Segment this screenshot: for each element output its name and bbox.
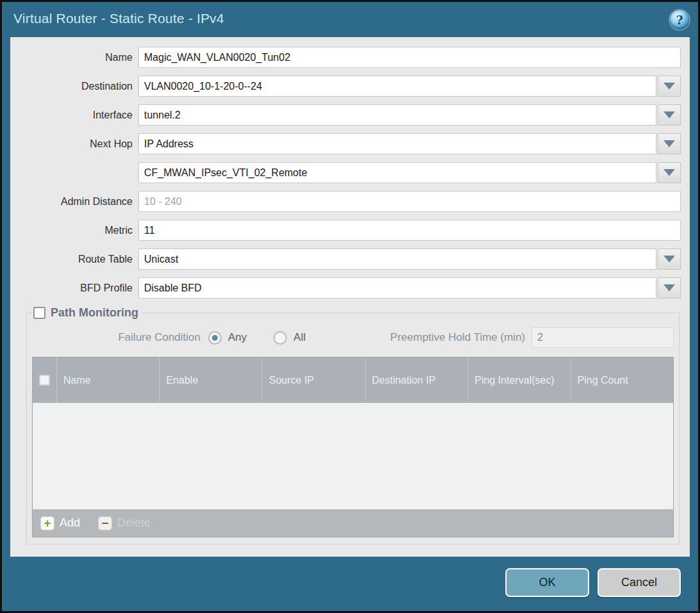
destination-dropdown-button[interactable] xyxy=(658,76,681,97)
radio-any-label: Any xyxy=(228,331,247,344)
path-monitoring-title: Path Monitoring xyxy=(51,306,138,320)
next-hop-type-input[interactable] xyxy=(138,133,656,154)
delete-button-label: Delete xyxy=(117,516,151,530)
column-header-source-ip[interactable]: Source IP xyxy=(262,357,365,403)
help-icon[interactable]: ? xyxy=(670,10,689,29)
bfd-profile-dropdown-button[interactable] xyxy=(658,277,681,298)
column-header-destination-ip[interactable]: Destination IP xyxy=(365,357,468,403)
name-label: Name xyxy=(15,52,138,63)
interface-label: Interface xyxy=(15,110,138,121)
radio-any-icon[interactable] xyxy=(208,331,222,345)
chevron-down-icon xyxy=(663,140,675,147)
title-bar: Virtual Router - Static Route - IPv4 ? xyxy=(2,2,698,35)
next-hop-address-input[interactable] xyxy=(138,162,656,183)
preemptive-hold-time-input[interactable] xyxy=(532,327,674,348)
admin-distance-input[interactable] xyxy=(138,191,681,212)
interface-row: Interface xyxy=(15,104,681,126)
add-button-label: Add xyxy=(60,516,80,530)
cancel-button[interactable]: Cancel xyxy=(598,568,681,597)
interface-dropdown-button[interactable] xyxy=(658,104,681,126)
next-hop-label: Next Hop xyxy=(15,138,138,150)
route-table-row: Route Table xyxy=(15,249,681,270)
name-row: Name xyxy=(15,47,681,68)
route-table-label: Route Table xyxy=(15,254,138,265)
path-monitoring-checkbox[interactable] xyxy=(33,307,45,319)
failure-condition-any-option[interactable]: Any xyxy=(208,331,247,345)
chevron-down-icon xyxy=(663,111,675,119)
admin-distance-row: Admin Distance xyxy=(15,191,681,212)
next-hop-address-dropdown-button[interactable] xyxy=(658,162,681,183)
add-button[interactable]: + Add xyxy=(40,516,80,530)
next-hop-dropdown-button[interactable] xyxy=(658,133,681,154)
column-header-ping-interval[interactable]: Ping Interval(sec) xyxy=(468,357,571,403)
preemptive-hold-time-label: Preemptive Hold Time (min) xyxy=(390,331,532,344)
bfd-profile-label: BFD Profile xyxy=(15,282,138,294)
select-all-cell xyxy=(33,357,56,403)
next-hop-address-row xyxy=(15,162,681,183)
bfd-profile-row: BFD Profile xyxy=(15,277,681,298)
delete-minus-icon: − xyxy=(98,516,112,530)
destination-label: Destination xyxy=(15,81,138,92)
add-plus-icon: + xyxy=(40,516,54,530)
path-monitoring-table: Name Enable Source IP Destination IP Pin… xyxy=(32,357,674,537)
column-header-name[interactable]: Name xyxy=(56,357,159,403)
failure-condition-label: Failure Condition xyxy=(32,331,208,344)
admin-distance-label: Admin Distance xyxy=(15,196,138,208)
column-header-ping-count[interactable]: Ping Count xyxy=(571,357,674,403)
destination-row: Destination xyxy=(15,76,681,97)
route-table-input[interactable] xyxy=(138,249,656,270)
table-toolbar: + Add − Delete xyxy=(33,509,673,537)
radio-all-label: All xyxy=(293,331,305,344)
name-input[interactable] xyxy=(138,47,681,68)
bfd-profile-input[interactable] xyxy=(138,277,656,298)
failure-condition-row: Failure Condition Any All Preemptive Hol… xyxy=(32,326,674,349)
chevron-down-icon xyxy=(663,83,675,90)
dialog-content: Name Destination Interface Next Hop xyxy=(10,37,690,557)
column-header-enable[interactable]: Enable xyxy=(159,357,263,403)
ok-button[interactable]: OK xyxy=(505,568,589,597)
metric-row: Metric xyxy=(15,220,681,241)
radio-all-icon[interactable] xyxy=(273,331,287,345)
table-header-row: Name Enable Source IP Destination IP Pin… xyxy=(33,357,673,403)
table-body-empty xyxy=(33,403,673,509)
failure-condition-all-option[interactable]: All xyxy=(273,331,305,345)
delete-button[interactable]: − Delete xyxy=(98,516,151,530)
static-route-dialog: Virtual Router - Static Route - IPv4 ? N… xyxy=(0,0,700,613)
destination-input[interactable] xyxy=(138,76,656,97)
metric-input[interactable] xyxy=(138,220,681,241)
path-monitoring-section: Path Monitoring Failure Condition Any Al… xyxy=(26,306,680,544)
select-all-checkbox[interactable] xyxy=(39,375,50,386)
dialog-title: Virtual Router - Static Route - IPv4 xyxy=(2,11,224,26)
chevron-down-icon xyxy=(663,169,675,176)
route-table-dropdown-button[interactable] xyxy=(658,249,681,270)
chevron-down-icon xyxy=(663,284,675,291)
interface-input[interactable] xyxy=(138,104,656,126)
next-hop-row: Next Hop xyxy=(15,133,681,154)
metric-label: Metric xyxy=(15,225,138,236)
chevron-down-icon xyxy=(663,256,675,263)
